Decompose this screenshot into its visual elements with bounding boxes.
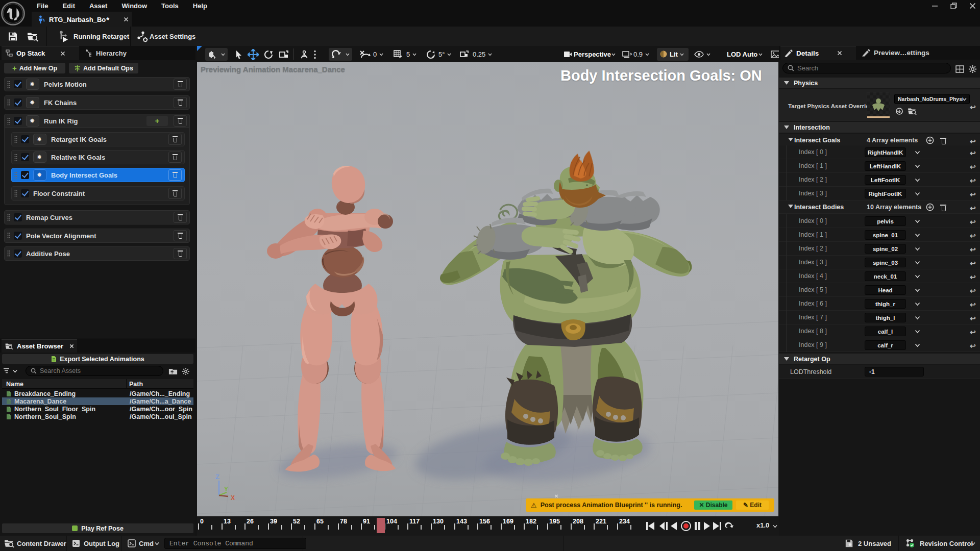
svg-text:Y: Y [224, 486, 228, 493]
svg-text:Z: Z [215, 473, 219, 481]
svg-text:X: X [231, 494, 235, 502]
